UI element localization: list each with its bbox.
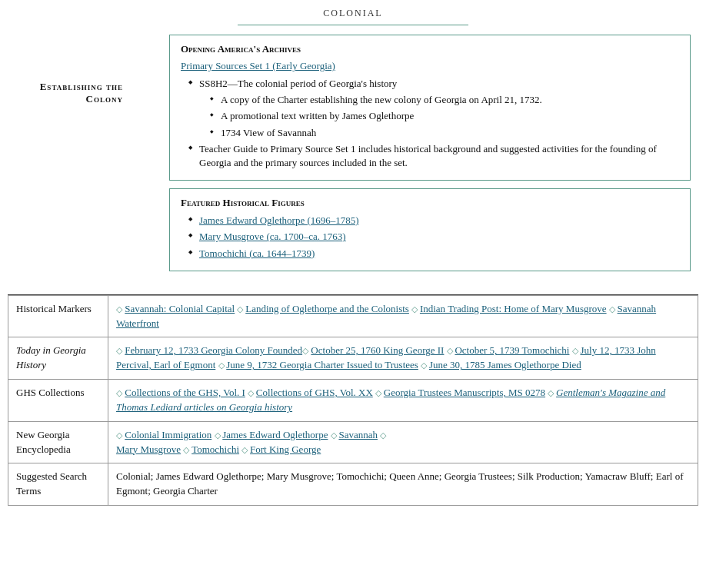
ghs-link-2[interactable]: Collections of GHS, Vol. XX (256, 387, 373, 398)
nge-link-5[interactable]: Tomochichi (191, 443, 239, 455)
figures-list: James Edward Oglethorpe (1696–1785) Mary… (181, 214, 679, 261)
hm-link-1[interactable]: Savannah: Colonial Capital (125, 303, 235, 314)
nge-link-2[interactable]: James Edward Oglethorpe (222, 429, 328, 440)
figure-link-3[interactable]: Tomochichi (ca. 1644–1739) (199, 247, 315, 259)
nge-link-6[interactable]: Fort King George (250, 443, 321, 455)
establishing-colony-label: Establishing the Colony (15, 81, 138, 105)
table-area: Historical Markers ◇ Savannah: Colonial … (8, 294, 698, 506)
colonial-label: colonial (0, 8, 706, 19)
table-row: Today in Georgia History ◇ February 12, … (8, 337, 698, 380)
page-wrapper: colonial Esta (0, 0, 706, 506)
row-content-historical-markers: ◇ Savannah: Colonial Capital ◇ Landing o… (108, 295, 698, 337)
row-label-search-terms: Suggested Search Terms (8, 463, 108, 506)
row-label-ghs: GHS Collections (8, 380, 108, 422)
table-row: Suggested Search Terms Colonial; James E… (8, 463, 698, 506)
tgh-link-5[interactable]: June 9, 1732 Georgia Charter Issued to T… (226, 359, 418, 370)
list-item: Teacher Guide to Primary Source Set 1 in… (188, 142, 679, 170)
box1-list: SS8H2—The colonial period of Georgia's h… (181, 77, 679, 170)
tgh-link-6[interactable]: June 30, 1785 James Oglethorpe Died (429, 359, 581, 370)
figure-link-2[interactable]: Mary Musgrove (ca. 1700–ca. 1763) (199, 231, 346, 242)
list-item: A copy of the Charter establishing the n… (210, 93, 679, 107)
data-table: Historical Markers ◇ Savannah: Colonial … (8, 295, 698, 506)
list-item: A promotional text written by James Ogle… (210, 109, 679, 123)
list-item: Tomochichi (ca. 1644–1739) (188, 247, 679, 261)
ghs-link-3[interactable]: Georgia Trustees Manuscripts, MS 0278 (384, 387, 545, 398)
sub-list: A copy of the Charter establishing the n… (199, 93, 679, 140)
featured-figures-box: Featured Historical Figures James Edward… (169, 188, 691, 271)
row-content-search-terms: Colonial; James Edward Oglethorpe; Mary … (108, 463, 698, 506)
opening-archives-box: Opening America's Archives Primary Sourc… (169, 35, 691, 181)
tgh-link-3[interactable]: October 5, 1739 Tomochichi (455, 344, 569, 356)
hm-link-3[interactable]: Indian Trading Post: Home of Mary Musgro… (420, 303, 607, 314)
tgh-link-2[interactable]: October 25, 1760 King George II (311, 344, 444, 356)
list-item: 1734 View of Savannah (210, 126, 679, 140)
row-content-today: ◇ February 12, 1733 Georgia Colony Found… (108, 337, 698, 380)
list-item: Mary Musgrove (ca. 1700–ca. 1763) (188, 230, 679, 244)
row-content-ghs: ◇ Collections of the GHS, Vol. I ◇ Colle… (108, 380, 698, 422)
nge-link-3[interactable]: Savannah (338, 429, 378, 440)
row-label-nge: New Georgia Encyclopedia (8, 421, 108, 463)
hm-link-2[interactable]: Landing of Oglethorpe and the Colonists (245, 303, 409, 314)
box2-title: Featured Historical Figures (181, 197, 679, 209)
row-content-nge: ◇ Colonial Immigration ◇ James Edward Og… (108, 421, 698, 463)
primary-sources-link[interactable]: Primary Sources Set 1 (Early Georgia) (181, 60, 335, 71)
list-item: James Edward Oglethorpe (1696–1785) (188, 214, 679, 228)
tgh-link-1[interactable]: February 12, 1733 Georgia Colony Founded (125, 344, 302, 356)
box1-title: Opening America's Archives (181, 43, 679, 55)
diagram-area: colonial Esta (0, 0, 706, 294)
ghs-link-1[interactable]: Collections of the GHS, Vol. I (125, 387, 245, 398)
figure-link-1[interactable]: James Edward Oglethorpe (1696–1785) (199, 214, 359, 226)
diagram-content: Establishing the Colony Opening America'… (0, 19, 706, 279)
list-item: SS8H2—The colonial period of Georgia's h… (188, 77, 679, 140)
table-row: Historical Markers ◇ Savannah: Colonial … (8, 295, 698, 337)
row-label-today: Today in Georgia History (8, 337, 108, 380)
table-row: New Georgia Encyclopedia ◇ Colonial Immi… (8, 421, 698, 463)
table-row: GHS Collections ◇ Collections of the GHS… (8, 380, 698, 422)
diagram-wrapper: Establishing the Colony Opening America'… (0, 19, 706, 279)
boxes-area: Opening America's Archives Primary Sourc… (169, 35, 691, 271)
nge-link-1[interactable]: Colonial Immigration (125, 429, 211, 440)
nge-link-4[interactable]: Mary Musgrove (116, 443, 181, 455)
row-label-historical-markers: Historical Markers (8, 295, 108, 337)
